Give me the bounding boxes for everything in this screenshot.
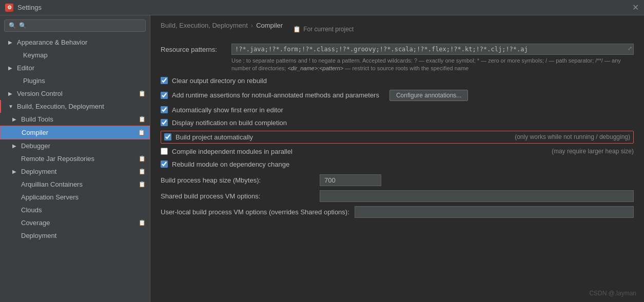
copy-icon: 📋 (138, 129, 145, 136)
sidebar-item-label: Version Control (17, 90, 63, 97)
resource-patterns-input[interactable] (231, 44, 634, 55)
main-container: 🔍 ▶ Appearance & Behavior Keymap ▶ Edito… (0, 15, 644, 302)
arrow-icon: ▶ (12, 116, 18, 122)
sidebar-item-appearance[interactable]: ▶ Appearance & Behavior (0, 36, 150, 49)
checkbox-build-auto: Build project automatically (only works … (161, 131, 634, 144)
arrow-icon: ▶ (8, 65, 14, 71)
sidebar-item-label: Remote Jar Repositories (21, 155, 94, 163)
sidebar-item-build-tools[interactable]: ▶ Build Tools 📋 (0, 113, 150, 126)
search-icon: 🔍 (9, 22, 16, 29)
sidebar-item-label: Deployment (21, 232, 56, 239)
resource-input-wrap: ⤢ Use ; to separate patterns and ! to ne… (231, 44, 634, 73)
shared-vm-input[interactable] (320, 190, 634, 202)
for-current-project-label: For current project (303, 26, 354, 33)
sidebar-item-label: Clouds (21, 206, 42, 214)
checkbox-compile-parallel: Compile independent modules in parallel … (161, 147, 634, 156)
user-local-vm-row: User-local build process VM options (ove… (161, 206, 634, 218)
breadcrumb-row: Build, Execution, Deployment › Compiler … (161, 22, 634, 36)
checkbox-build-auto-input[interactable] (164, 133, 171, 140)
sidebar-item-label: Deployment (21, 168, 56, 175)
breadcrumb-current: Compiler (256, 22, 283, 29)
sidebar-item-label: Plugins (23, 77, 45, 85)
sidebar-item-editor[interactable]: ▶ Editor (0, 62, 150, 74)
breadcrumb-separator: › (251, 22, 253, 29)
user-local-vm-label: User-local build process VM options (ove… (161, 208, 349, 216)
checkbox-add-runtime: Add runtime assertions for notnull-annot… (161, 89, 634, 102)
arrow-icon: ▼ (8, 104, 14, 109)
sidebar-item-plugins[interactable]: Plugins (0, 74, 150, 87)
copy-icon: 📋 (139, 168, 146, 175)
search-input[interactable] (19, 22, 141, 29)
copy-icon: 📋 (139, 90, 146, 97)
checkbox-rebuild-module: Rebuild module on dependency change (161, 159, 634, 169)
checkbox-auto-show-error-label[interactable]: Automatically show first error in editor (172, 106, 283, 114)
shared-vm-label: Shared build process VM options: (161, 192, 315, 200)
checkbox-rebuild-module-label[interactable]: Rebuild module on dependency change (172, 160, 289, 168)
sidebar-item-debugger[interactable]: ▶ Debugger (0, 139, 150, 152)
checkbox-build-auto-label[interactable]: Build project automatically (175, 133, 253, 141)
arrow-icon: ▶ (8, 39, 14, 45)
breadcrumb: Build, Execution, Deployment › Compiler (161, 22, 283, 29)
arrow-icon: ▶ (12, 143, 18, 149)
arrow-icon: ▶ (8, 91, 14, 96)
sidebar-item-arquillian[interactable]: Arquillian Containers 📋 (0, 178, 150, 191)
checkbox-compile-parallel-label[interactable]: Compile independent modules in parallel (172, 148, 292, 155)
title-bar: ⚙ Settings ✕ (0, 0, 644, 15)
copy-icon: 📋 (139, 219, 146, 226)
for-current-project: 📋 For current project (293, 26, 354, 33)
checkbox-add-runtime-label[interactable]: Add runtime assertions for notnull-annot… (172, 91, 379, 99)
checkbox-auto-show-error-input[interactable] (161, 106, 168, 113)
sidebar-item-version-control[interactable]: ▶ Version Control 📋 (0, 87, 150, 100)
checkbox-add-runtime-input[interactable] (161, 92, 168, 99)
checkbox-rebuild-module-input[interactable] (161, 160, 168, 168)
sidebar-item-coverage[interactable]: Coverage 📋 (0, 216, 150, 229)
breadcrumb-parent: Build, Execution, Deployment (161, 22, 248, 29)
heap-size-input[interactable] (320, 174, 381, 186)
sidebar-item-remote-jar[interactable]: Remote Jar Repositories 📋 (0, 152, 150, 165)
content-area: Build, Execution, Deployment › Compiler … (150, 15, 644, 302)
copy-icon: 📋 (139, 181, 146, 188)
checkbox-auto-show-error: Automatically show first error in editor (161, 105, 634, 115)
copy-icon: 📋 (139, 155, 146, 162)
sidebar-item-label: Compiler (22, 129, 48, 136)
resource-hint: Use ; to separate patterns and ! to nega… (231, 57, 634, 73)
sidebar-item-app-servers[interactable]: Application Servers (0, 191, 150, 204)
search-box[interactable]: 🔍 (4, 19, 146, 32)
sidebar-item-clouds[interactable]: Clouds (0, 204, 150, 216)
resource-patterns-row: Resource patterns: ⤢ Use ; to separate p… (161, 44, 634, 73)
expand-icon[interactable]: ⤢ (628, 45, 632, 52)
checkbox-clear-output-input[interactable] (161, 77, 168, 84)
checkbox-display-notification-input[interactable] (161, 119, 168, 126)
heap-size-row: Build process heap size (Mbytes): (161, 174, 634, 186)
checkbox-compile-parallel-note: (may require larger heap size) (552, 148, 634, 155)
watermark: CSDN @.layman (589, 290, 636, 297)
arrow-icon: ▶ (12, 169, 18, 174)
sidebar: 🔍 ▶ Appearance & Behavior Keymap ▶ Edito… (0, 15, 150, 302)
checkbox-compile-parallel-input[interactable] (161, 148, 168, 155)
window-title: Settings (17, 4, 42, 11)
app-icon: ⚙ (5, 4, 13, 12)
sidebar-item-label: Build Tools (21, 115, 53, 123)
checkbox-clear-output: Clear output directory on rebuild (161, 76, 634, 86)
sidebar-item-label: Build, Execution, Deployment (17, 103, 104, 110)
close-button[interactable]: ✕ (632, 3, 639, 12)
sidebar-item-deployment2[interactable]: Deployment (0, 229, 150, 242)
sidebar-item-label: Debugger (21, 142, 50, 150)
sidebar-item-deployment[interactable]: ▶ Deployment 📋 (0, 165, 150, 178)
user-local-vm-input[interactable] (355, 206, 634, 218)
sidebar-item-label: Editor (17, 64, 34, 72)
checkbox-display-notification-label[interactable]: Display notification on build completion (172, 119, 287, 127)
sidebar-item-label: Coverage (21, 219, 50, 227)
checkbox-display-notification: Display notification on build completion (161, 118, 634, 128)
checkbox-build-auto-note: (only works while not running / debuggin… (515, 133, 630, 140)
sidebar-item-compiler[interactable]: Compiler 📋 (0, 126, 150, 139)
sidebar-item-keymap[interactable]: Keymap (0, 49, 150, 62)
sidebar-item-build-exec[interactable]: ▼ Build, Execution, Deployment (0, 100, 150, 113)
heap-size-label: Build process heap size (Mbytes): (161, 176, 315, 184)
sidebar-item-label: Appearance & Behavior (17, 38, 87, 46)
copy-icon: 📋 (139, 116, 146, 123)
checkbox-clear-output-label[interactable]: Clear output directory on rebuild (172, 77, 267, 85)
configure-annotations-button[interactable]: Configure annotations... (389, 90, 468, 101)
sidebar-item-label: Arquillian Containers (21, 180, 83, 188)
shared-vm-row: Shared build process VM options: (161, 190, 634, 202)
